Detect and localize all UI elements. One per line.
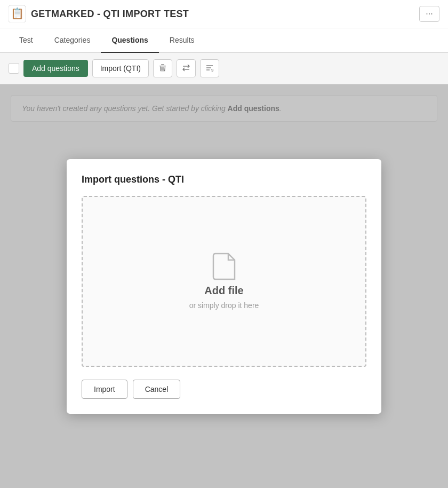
modal-import-button[interactable]: Import [82,380,127,399]
app-title: GETMARKED - QTI IMPORT TEST [31,9,189,20]
sort-icon: 9 [205,64,214,74]
tab-categories[interactable]: Categories [44,28,101,53]
file-drop-zone[interactable]: Add file or simply drop it here [82,196,366,367]
title-menu-button[interactable]: ··· [419,6,439,22]
drop-zone-add-file-label: Add file [204,285,243,297]
modal-cancel-button[interactable]: Cancel [133,380,181,399]
content-area: You haven't created any questions yet. G… [0,84,448,488]
svg-rect-3 [161,64,164,65]
modal-backdrop: Import questions - QTI Add file or simpl… [0,84,448,488]
svg-text:📋: 📋 [11,7,24,20]
toolbar: Add questions Import (QTI) [0,53,448,84]
app-window: 📋 GETMARKED - QTI IMPORT TEST ··· Test C… [0,0,448,488]
tab-results[interactable]: Results [159,28,205,53]
transfer-button[interactable] [177,59,196,77]
select-all-checkbox[interactable] [9,63,19,74]
transfer-icon [182,64,190,74]
svg-text:9: 9 [211,68,214,72]
tab-questions[interactable]: Questions [101,28,158,53]
title-bar: 📋 GETMARKED - QTI IMPORT TEST ··· [0,0,448,28]
import-qti-button[interactable]: Import (QTI) [92,59,149,77]
import-qti-modal: Import questions - QTI Add file or simpl… [67,159,381,414]
modal-title: Import questions - QTI [82,174,366,185]
title-left: 📋 GETMARKED - QTI IMPORT TEST [9,5,189,22]
nav-tabs: Test Categories Questions Results [0,28,448,53]
tab-test[interactable]: Test [9,28,44,53]
drop-zone-subtitle: or simply drop it here [189,301,259,310]
app-logo-icon: 📋 [9,5,26,22]
modal-footer: Import Cancel [82,380,366,399]
delete-button[interactable] [153,59,172,77]
file-icon [212,253,236,280]
sort-button[interactable]: 9 [200,59,219,77]
svg-rect-2 [159,66,166,66]
add-questions-button[interactable]: Add questions [23,60,88,77]
delete-icon [158,64,167,74]
